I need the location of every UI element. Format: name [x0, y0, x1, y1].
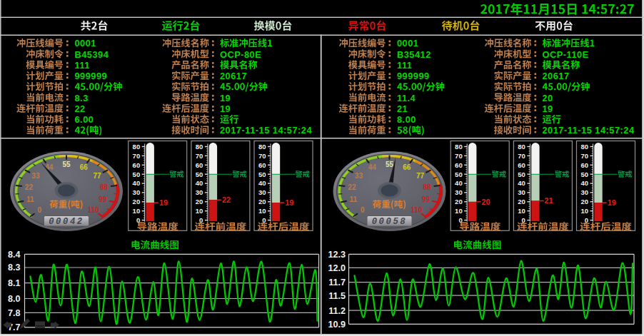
svg-text:40: 40	[133, 179, 141, 187]
svg-text:10: 10	[580, 207, 588, 215]
svg-text:70: 70	[133, 152, 141, 160]
svg-text:66: 66	[403, 163, 411, 171]
svg-text:30: 30	[258, 188, 266, 196]
svg-text:88: 88	[423, 183, 432, 191]
svg-text:80: 80	[258, 143, 266, 151]
svg-text:20: 20	[258, 198, 266, 205]
svg-text:10: 10	[258, 207, 266, 215]
svg-text:55: 55	[386, 161, 394, 168]
svg-text:B45394: B45394	[75, 49, 109, 60]
svg-text:80: 80	[455, 143, 463, 151]
svg-text:60: 60	[580, 161, 588, 169]
svg-text:60: 60	[518, 161, 525, 169]
svg-text:20617: 20617	[220, 71, 247, 81]
svg-text:80: 80	[580, 143, 588, 151]
svg-text:7.8: 7.8	[8, 308, 21, 318]
svg-text:00042: 00042	[49, 217, 84, 227]
svg-text:10: 10	[196, 207, 203, 215]
svg-text:44: 44	[45, 163, 54, 171]
svg-text:11.4: 11.4	[397, 93, 416, 103]
svg-text:110: 110	[411, 206, 423, 214]
svg-text:40: 40	[258, 179, 266, 187]
svg-text:40: 40	[196, 179, 203, 187]
svg-text:20: 20	[481, 198, 490, 206]
svg-text:19: 19	[608, 198, 616, 207]
svg-text:8.0: 8.0	[8, 294, 21, 304]
svg-text:21: 21	[397, 103, 408, 114]
svg-text:19: 19	[159, 198, 168, 207]
svg-text:12.3: 12.3	[328, 250, 346, 260]
svg-text:10: 10	[455, 207, 463, 215]
svg-text:10.9: 10.9	[328, 320, 346, 330]
svg-text:66: 66	[80, 163, 89, 171]
svg-text:8.4: 8.4	[8, 250, 21, 260]
svg-text:20617: 20617	[543, 71, 570, 81]
svg-text:21: 21	[545, 196, 553, 205]
svg-text:0: 0	[38, 206, 42, 214]
svg-text:20: 20	[543, 93, 553, 103]
svg-text:50: 50	[455, 170, 463, 178]
svg-text:55: 55	[62, 161, 71, 168]
svg-text:19: 19	[220, 93, 231, 103]
svg-text:30: 30	[518, 188, 525, 196]
svg-text:40: 40	[518, 179, 525, 187]
svg-text:0001: 0001	[75, 38, 96, 49]
svg-text:8.00: 8.00	[397, 114, 416, 125]
svg-text:0: 0	[361, 206, 365, 214]
svg-text:80: 80	[518, 143, 525, 151]
svg-text:50: 50	[518, 170, 525, 178]
svg-text:77: 77	[94, 172, 102, 180]
svg-text:22: 22	[348, 183, 356, 191]
svg-text:70: 70	[196, 152, 203, 160]
svg-text:70: 70	[455, 152, 463, 160]
svg-text:22: 22	[75, 103, 86, 114]
svg-text:2017-11-15 14:57:24: 2017-11-15 14:57:24	[543, 125, 635, 136]
svg-text:22: 22	[222, 195, 231, 204]
svg-text:88: 88	[100, 183, 109, 191]
svg-text:111: 111	[397, 60, 412, 71]
svg-text:8.1: 8.1	[8, 278, 21, 288]
svg-text:19: 19	[220, 103, 231, 114]
svg-text:30: 30	[580, 188, 588, 196]
svg-text:11.2: 11.2	[328, 306, 346, 316]
svg-text:999999: 999999	[397, 71, 430, 81]
svg-text:8.3: 8.3	[8, 263, 21, 273]
svg-text:77: 77	[416, 172, 425, 180]
svg-text:70: 70	[258, 152, 266, 160]
svg-text:60: 60	[133, 161, 141, 169]
svg-text:50: 50	[196, 170, 203, 178]
svg-text:110: 110	[88, 206, 100, 214]
svg-text:0001: 0001	[397, 38, 418, 49]
svg-text:50: 50	[580, 170, 588, 178]
svg-text:20: 20	[133, 198, 141, 205]
svg-text:999999: 999999	[75, 71, 108, 81]
svg-text:22: 22	[25, 183, 34, 191]
svg-text:11: 11	[26, 195, 34, 203]
svg-text:33: 33	[355, 172, 363, 180]
svg-text:11.5: 11.5	[328, 291, 346, 301]
svg-text:6.00: 6.00	[75, 114, 94, 125]
svg-text:99: 99	[99, 195, 107, 203]
svg-text:80: 80	[133, 143, 141, 151]
svg-text:20: 20	[580, 198, 588, 205]
svg-text:B35412: B35412	[397, 49, 431, 60]
svg-text:OCP-80E: OCP-80E	[220, 49, 261, 60]
svg-text:30: 30	[196, 188, 203, 196]
svg-text:20: 20	[518, 198, 525, 205]
svg-text:50: 50	[133, 170, 141, 178]
svg-text:60: 60	[258, 161, 266, 169]
svg-text:33: 33	[31, 172, 40, 180]
svg-text:20: 20	[196, 198, 203, 205]
svg-text:OCP-110E: OCP-110E	[543, 49, 589, 60]
svg-text:70: 70	[518, 152, 525, 160]
svg-text:19: 19	[543, 103, 553, 114]
svg-text:44: 44	[368, 163, 377, 171]
svg-text:11: 11	[350, 195, 358, 203]
svg-text:19: 19	[285, 198, 293, 207]
svg-text:99: 99	[422, 195, 431, 203]
svg-text:60: 60	[196, 161, 203, 169]
svg-text:30: 30	[455, 188, 463, 196]
svg-text:12.0: 12.0	[328, 263, 346, 273]
svg-text:30: 30	[133, 188, 141, 196]
svg-text:2017-11-15 14:57:24: 2017-11-15 14:57:24	[220, 125, 312, 136]
